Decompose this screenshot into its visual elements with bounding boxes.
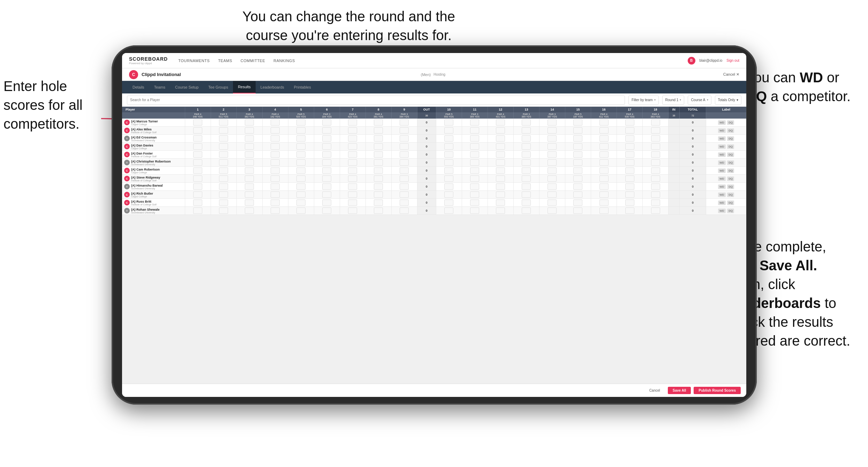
hole-2-input-4[interactable]	[219, 151, 228, 158]
hole-10-input-11[interactable]	[444, 208, 453, 214]
hole-12-input-6[interactable]	[496, 167, 505, 174]
hole-11-input-5[interactable]	[470, 159, 479, 166]
hole-8-input-3[interactable]	[374, 143, 383, 150]
hole-9-input-3[interactable]	[400, 143, 409, 150]
dq-button-8[interactable]: DQ	[727, 184, 734, 189]
hole-9-input-0[interactable]	[400, 119, 409, 126]
hole-13-input-1[interactable]	[522, 127, 531, 134]
hole-8-input-4[interactable]	[374, 151, 383, 158]
hole-18-input-5[interactable]	[651, 159, 660, 166]
hole-13-input-6[interactable]	[522, 167, 531, 174]
hole-17-input-5[interactable]	[625, 159, 634, 166]
search-player-input[interactable]	[127, 96, 625, 105]
hole-16-input-6[interactable]	[599, 167, 609, 174]
dq-button-9[interactable]: DQ	[727, 193, 734, 197]
hole-6-input-4[interactable]	[322, 151, 331, 158]
hole-7-input-6[interactable]	[348, 167, 357, 174]
hole-18-input-1[interactable]	[651, 127, 660, 134]
hole-8-input-7[interactable]	[374, 175, 383, 182]
hole-14-input-5[interactable]	[548, 159, 557, 166]
hole-9-input-1[interactable]	[400, 127, 409, 134]
dq-button-2[interactable]: DQ	[727, 136, 734, 141]
hole-2-input-9[interactable]	[219, 191, 228, 198]
wd-button-2[interactable]: WD	[718, 136, 725, 141]
hole-12-input-0[interactable]	[496, 119, 505, 126]
wd-button-0[interactable]: WD	[718, 120, 725, 125]
hole-9-input-7[interactable]	[400, 175, 409, 182]
hole-16-input-7[interactable]	[599, 175, 609, 182]
hole-10-input-3[interactable]	[444, 143, 453, 150]
hole-17-input-10[interactable]	[625, 199, 634, 206]
hole-15-input-1[interactable]	[573, 127, 582, 134]
hole-18-input-7[interactable]	[651, 175, 660, 182]
filter-by-team-dropdown[interactable]: Filter by team ▾	[628, 96, 659, 105]
dq-button-5[interactable]: DQ	[727, 160, 734, 165]
publish-round-scores-button[interactable]: Publish Round Scores	[694, 387, 741, 394]
hole-8-input-10[interactable]	[374, 199, 383, 206]
hole-12-input-5[interactable]	[496, 159, 505, 166]
hole-1-input-1[interactable]	[193, 127, 202, 134]
hole-9-input-2[interactable]	[400, 135, 409, 142]
hole-9-input-5[interactable]	[400, 159, 409, 166]
hole-11-input-0[interactable]	[470, 119, 479, 126]
hole-5-input-2[interactable]	[296, 135, 305, 142]
hole-16-input-11[interactable]	[599, 208, 609, 214]
hole-7-input-11[interactable]	[348, 208, 357, 214]
hole-1-input-11[interactable]	[193, 208, 202, 214]
hole-5-input-7[interactable]	[296, 175, 305, 182]
hole-13-input-0[interactable]	[522, 119, 531, 126]
hole-7-input-0[interactable]	[348, 119, 357, 126]
hole-7-input-10[interactable]	[348, 199, 357, 206]
hole-13-input-7[interactable]	[522, 175, 531, 182]
tab-course-setup[interactable]: Course Setup	[170, 81, 203, 93]
hole-3-input-8[interactable]	[245, 183, 254, 190]
hole-8-input-11[interactable]	[374, 208, 383, 214]
hole-4-input-3[interactable]	[271, 143, 280, 150]
hole-11-input-7[interactable]	[470, 175, 479, 182]
hole-7-input-8[interactable]	[348, 183, 357, 190]
hole-4-input-11[interactable]	[271, 208, 280, 214]
hole-9-input-8[interactable]	[400, 183, 409, 190]
tab-leaderboards[interactable]: Leaderboards	[256, 81, 289, 93]
hole-2-input-0[interactable]	[219, 119, 228, 126]
hole-10-input-7[interactable]	[444, 175, 453, 182]
hole-6-input-11[interactable]	[322, 208, 331, 214]
round-dropdown[interactable]: Round 1 ▾	[662, 96, 685, 105]
hole-3-input-10[interactable]	[245, 199, 254, 206]
hole-8-input-0[interactable]	[374, 119, 383, 126]
hole-8-input-1[interactable]	[374, 127, 383, 134]
hole-12-input-7[interactable]	[496, 175, 505, 182]
dq-button-1[interactable]: DQ	[727, 128, 734, 133]
hole-4-input-5[interactable]	[271, 159, 280, 166]
hole-10-input-0[interactable]	[444, 119, 453, 126]
hole-14-input-9[interactable]	[548, 191, 557, 198]
tab-details[interactable]: Details	[128, 81, 149, 93]
hole-1-input-6[interactable]	[193, 167, 202, 174]
dq-button-10[interactable]: DQ	[727, 201, 734, 205]
wd-button-8[interactable]: WD	[718, 184, 725, 189]
tab-teams[interactable]: Teams	[149, 81, 170, 93]
hole-5-input-4[interactable]	[296, 151, 305, 158]
hole-18-input-11[interactable]	[651, 208, 660, 214]
hole-3-input-0[interactable]	[245, 119, 254, 126]
nav-rankings[interactable]: RANKINGS	[273, 59, 295, 63]
hole-18-input-3[interactable]	[651, 143, 660, 150]
hole-6-input-0[interactable]	[322, 119, 331, 126]
nav-teams[interactable]: TEAMS	[218, 59, 232, 63]
hole-15-input-2[interactable]	[573, 135, 582, 142]
hole-5-input-8[interactable]	[296, 183, 305, 190]
hole-17-input-9[interactable]	[625, 191, 634, 198]
hole-3-input-6[interactable]	[245, 167, 254, 174]
hole-7-input-3[interactable]	[348, 143, 357, 150]
dq-button-3[interactable]: DQ	[727, 144, 734, 149]
hole-16-input-4[interactable]	[599, 151, 609, 158]
sign-out-link[interactable]: Sign out	[726, 59, 739, 62]
hole-9-input-11[interactable]	[400, 208, 409, 214]
hole-17-input-0[interactable]	[625, 119, 634, 126]
hole-16-input-0[interactable]	[599, 119, 609, 126]
hole-15-input-7[interactable]	[573, 175, 582, 182]
hole-2-input-6[interactable]	[219, 167, 228, 174]
hole-18-input-6[interactable]	[651, 167, 660, 174]
hole-7-input-4[interactable]	[348, 151, 357, 158]
hole-2-input-11[interactable]	[219, 208, 228, 214]
